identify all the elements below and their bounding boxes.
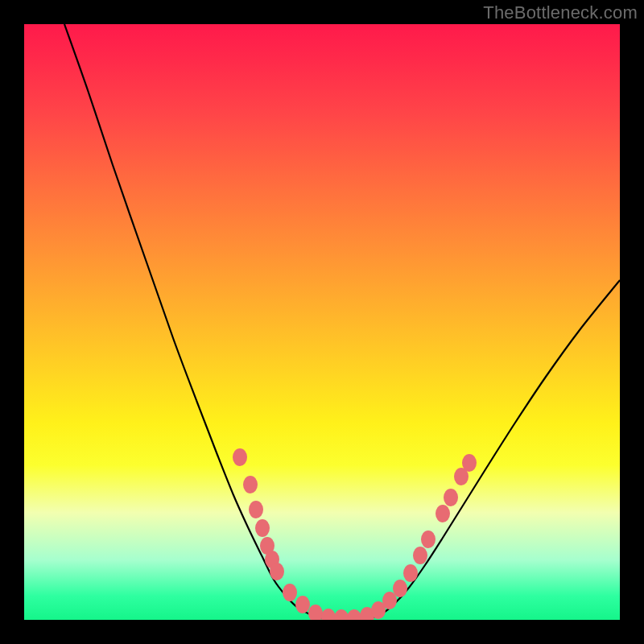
curve-left-segment	[64, 24, 322, 618]
highlight-dot	[283, 584, 297, 601]
highlight-dot	[308, 605, 323, 620]
bottleneck-curve-svg	[24, 24, 620, 620]
highlight-dot	[334, 609, 349, 620]
highlight-markers-group	[233, 448, 477, 620]
highlight-dot	[270, 563, 284, 580]
highlight-dot	[436, 505, 450, 522]
highlight-dot	[413, 547, 427, 564]
highlight-dot	[255, 519, 270, 537]
highlight-dot	[243, 476, 258, 493]
highlight-dot	[393, 580, 407, 597]
plot-area	[24, 24, 620, 620]
outer-frame: TheBottleneck.com	[0, 0, 644, 644]
highlight-dot	[249, 501, 263, 518]
highlight-dot	[444, 489, 458, 506]
highlight-dot	[421, 530, 436, 548]
highlight-dot	[347, 609, 361, 620]
highlight-dot	[403, 564, 418, 582]
watermark-text: TheBottleneck.com	[483, 2, 638, 23]
highlight-dot	[233, 448, 247, 466]
highlight-dot	[321, 609, 336, 620]
highlight-dot	[295, 596, 310, 613]
highlight-dot	[462, 454, 477, 472]
